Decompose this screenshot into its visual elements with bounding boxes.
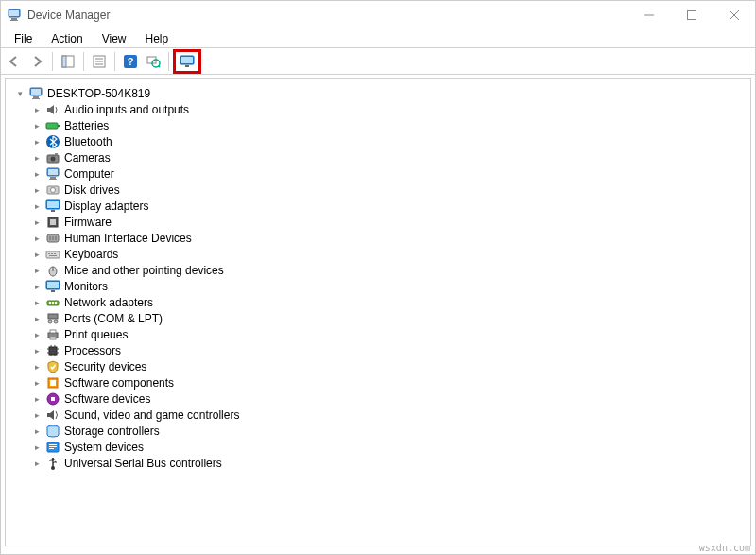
- tree-row[interactable]: ▸Keyboards: [9, 246, 747, 262]
- expand-icon[interactable]: ▸: [30, 183, 43, 197]
- swcomp-icon: [45, 375, 60, 390]
- tree-row[interactable]: ▸Print queues: [9, 326, 747, 342]
- toolbar-separator: [168, 52, 169, 71]
- expand-icon[interactable]: ▸: [30, 280, 43, 293]
- tree-item-label: Audio inputs and outputs: [64, 103, 189, 116]
- toolbar-separator: [83, 52, 84, 71]
- expand-icon[interactable]: ▸: [30, 296, 43, 309]
- forward-button[interactable]: [26, 50, 48, 73]
- expand-icon[interactable]: ▸: [30, 328, 43, 341]
- tree-item-label: Processors: [64, 344, 121, 357]
- storage-icon: [45, 424, 60, 439]
- app-icon: [7, 8, 22, 23]
- tree-row[interactable]: ▸System devices: [9, 439, 747, 455]
- tree-item-label: Ports (COM & LPT): [64, 312, 163, 325]
- expand-icon[interactable]: ▸: [30, 441, 43, 454]
- tree-row[interactable]: ▸Mice and other pointing devices: [9, 262, 747, 278]
- scan-hardware-button[interactable]: [142, 50, 164, 73]
- close-button[interactable]: [713, 1, 755, 29]
- tree-item-label: Storage controllers: [64, 425, 160, 438]
- tree-row[interactable]: ▸Ports (COM & LPT): [9, 310, 747, 326]
- expand-icon[interactable]: ▸: [30, 167, 43, 181]
- tree-row[interactable]: ▸Network adapters: [9, 294, 747, 310]
- menu-file[interactable]: File: [5, 30, 42, 47]
- tree-item-label: Sound, video and game controllers: [64, 408, 239, 422]
- tree-item-label: Keyboards: [64, 248, 118, 261]
- bluetooth-icon: [45, 134, 60, 149]
- minimize-button[interactable]: [627, 1, 670, 29]
- tree-item-label: Security devices: [64, 360, 146, 373]
- tree-item-label: Display adapters: [64, 199, 148, 213]
- tree-item-label: Mice and other pointing devices: [64, 264, 224, 277]
- menu-help[interactable]: Help: [136, 30, 179, 47]
- collapse-icon[interactable]: ▾: [13, 87, 26, 100]
- tree-row[interactable]: ▸Storage controllers: [9, 423, 747, 439]
- mouse-icon: [45, 263, 60, 278]
- tree-row[interactable]: ▸Universal Serial Bus controllers: [9, 455, 747, 471]
- expand-icon[interactable]: ▸: [30, 344, 43, 357]
- expand-icon[interactable]: ▸: [30, 408, 43, 422]
- expand-icon[interactable]: ▸: [30, 312, 43, 325]
- tree-row[interactable]: ▸Processors: [9, 342, 747, 358]
- menu-action[interactable]: Action: [42, 30, 92, 47]
- expand-icon[interactable]: ▸: [30, 199, 43, 213]
- tree-item-label: Cameras: [64, 151, 111, 165]
- expand-icon[interactable]: ▸: [30, 264, 43, 277]
- help-button[interactable]: [119, 50, 142, 73]
- sound-icon: [45, 408, 60, 423]
- tree-item-label: Human Interface Devices: [64, 232, 192, 245]
- tree-item-label: Batteries: [64, 119, 109, 132]
- tree-row[interactable]: ▸Software devices: [9, 390, 747, 407]
- tree-row[interactable]: ▸Software components: [9, 374, 747, 390]
- expand-icon[interactable]: ▸: [30, 457, 43, 470]
- security-icon: [45, 359, 60, 374]
- tree-row[interactable]: ▸Batteries: [9, 117, 747, 133]
- expand-icon[interactable]: ▸: [30, 376, 43, 390]
- ports-icon: [45, 311, 60, 326]
- device-tree[interactable]: ▾ DESKTOP-504K819 ▸Audio inputs and outp…: [5, 78, 751, 546]
- tree-item-label: Computer: [64, 167, 114, 181]
- expand-icon[interactable]: ▸: [30, 360, 43, 373]
- menubar: File Action View Help: [1, 29, 755, 48]
- properties-button[interactable]: [88, 50, 111, 73]
- expand-icon[interactable]: ▸: [30, 392, 43, 406]
- back-button[interactable]: [3, 50, 26, 73]
- tree-row[interactable]: ▸Human Interface Devices: [9, 230, 747, 246]
- tree-row[interactable]: ▸Cameras: [9, 149, 747, 165]
- expand-icon[interactable]: ▸: [30, 103, 43, 116]
- tree-row[interactable]: ▸Sound, video and game controllers: [9, 407, 747, 423]
- tree-root-row[interactable]: ▾ DESKTOP-504K819: [9, 85, 747, 101]
- tree-item-label: System devices: [64, 441, 144, 454]
- tree-item-label: Bluetooth: [64, 135, 112, 148]
- expand-icon[interactable]: ▸: [30, 425, 43, 438]
- tree-item-label: Software components: [64, 376, 174, 390]
- watermark: wsxdn.com: [699, 543, 750, 553]
- firmware-icon: [45, 215, 60, 230]
- window-title: Device Manager: [27, 9, 110, 22]
- menu-view[interactable]: View: [93, 30, 136, 47]
- show-hide-tree-button[interactable]: [57, 50, 79, 73]
- tree-root-label: DESKTOP-504K819: [47, 87, 150, 100]
- add-legacy-hardware-button[interactable]: [176, 50, 198, 73]
- maximize-button[interactable]: [670, 1, 713, 29]
- tree-item-label: Print queues: [64, 328, 128, 341]
- tree-row[interactable]: ▸Security devices: [9, 358, 747, 374]
- tree-row[interactable]: ▸Disk drives: [9, 182, 747, 198]
- expand-icon[interactable]: ▸: [30, 135, 43, 148]
- expand-icon[interactable]: ▸: [30, 232, 43, 245]
- tree-row[interactable]: ▸Audio inputs and outputs: [9, 101, 747, 117]
- tree-row[interactable]: ▸Monitors: [9, 278, 747, 294]
- hid-icon: [45, 231, 60, 246]
- display-icon: [45, 199, 60, 214]
- tree-row[interactable]: ▸Bluetooth: [9, 133, 747, 149]
- expand-icon[interactable]: ▸: [30, 248, 43, 261]
- tree-row[interactable]: ▸Firmware: [9, 214, 747, 230]
- network-icon: [45, 295, 60, 310]
- tree-row[interactable]: ▸Computer: [9, 165, 747, 182]
- tree-row[interactable]: ▸Display adapters: [9, 198, 747, 214]
- expand-icon[interactable]: ▸: [30, 216, 43, 229]
- toolbar: [1, 48, 755, 75]
- expand-icon[interactable]: ▸: [30, 151, 43, 165]
- expand-icon[interactable]: ▸: [30, 119, 43, 132]
- battery-icon: [45, 118, 60, 133]
